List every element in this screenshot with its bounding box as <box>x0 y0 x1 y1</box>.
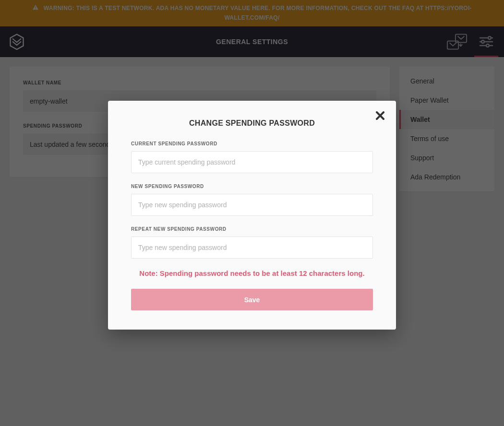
password-length-note: Note: Spending password needs to be at l… <box>131 269 373 277</box>
repeat-password-label: REPEAT NEW SPENDING PASSWORD <box>131 226 373 232</box>
change-password-dialog: CHANGE SPENDING PASSWORD CURRENT SPENDIN… <box>108 101 396 330</box>
current-password-label: CURRENT SPENDING PASSWORD <box>131 141 373 146</box>
current-password-input[interactable] <box>131 151 373 173</box>
dialog-title: CHANGE SPENDING PASSWORD <box>131 119 373 128</box>
save-button[interactable]: Save <box>131 289 373 310</box>
new-password-input[interactable] <box>131 194 373 216</box>
repeat-password-input[interactable] <box>131 237 373 259</box>
new-password-label: NEW SPENDING PASSWORD <box>131 184 373 189</box>
close-icon[interactable] <box>376 111 384 120</box>
modal-overlay[interactable]: CHANGE SPENDING PASSWORD CURRENT SPENDIN… <box>0 0 504 426</box>
